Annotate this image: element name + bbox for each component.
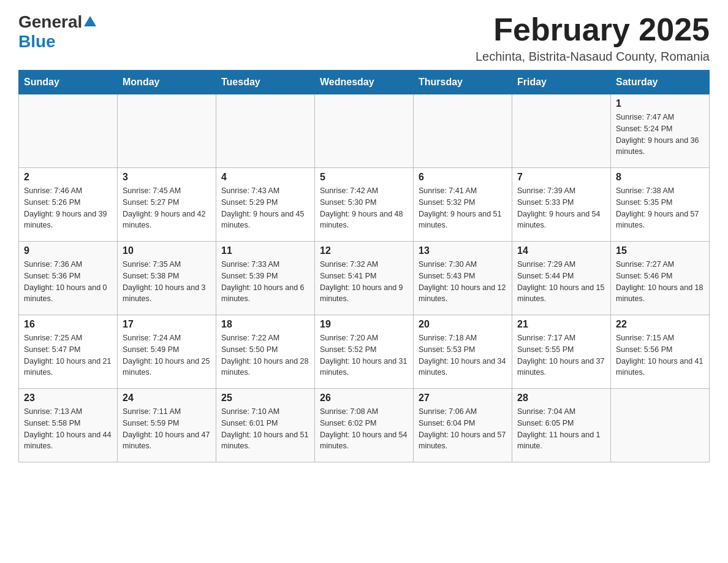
cell-day-number: 17 bbox=[123, 319, 211, 330]
cell-sun-info: Sunrise: 7:06 AMSunset: 6:04 PMDaylight:… bbox=[419, 406, 507, 452]
month-title: February 2025 bbox=[476, 12, 710, 47]
cell-day-number: 15 bbox=[616, 245, 704, 256]
calendar-cell: 19Sunrise: 7:20 AMSunset: 5:52 PMDayligh… bbox=[315, 315, 414, 389]
calendar-week-2: 2Sunrise: 7:46 AMSunset: 5:26 PMDaylight… bbox=[19, 168, 710, 242]
cell-sun-info: Sunrise: 7:13 AMSunset: 5:58 PMDaylight:… bbox=[24, 406, 112, 452]
calendar-cell: 15Sunrise: 7:27 AMSunset: 5:46 PMDayligh… bbox=[611, 242, 710, 315]
calendar-cell: 13Sunrise: 7:30 AMSunset: 5:43 PMDayligh… bbox=[414, 242, 512, 315]
location-subtitle: Lechinta, Bistrita-Nasaud County, Romani… bbox=[476, 50, 710, 64]
cell-sun-info: Sunrise: 7:46 AMSunset: 5:26 PMDaylight:… bbox=[24, 185, 112, 231]
cell-sun-info: Sunrise: 7:43 AMSunset: 5:29 PMDaylight:… bbox=[221, 185, 309, 231]
cell-sun-info: Sunrise: 7:10 AMSunset: 6:01 PMDaylight:… bbox=[221, 406, 309, 452]
svg-marker-0 bbox=[84, 16, 96, 26]
cell-sun-info: Sunrise: 7:24 AMSunset: 5:49 PMDaylight:… bbox=[123, 332, 211, 378]
days-of-week-row: SundayMondayTuesdayWednesdayThursdayFrid… bbox=[19, 71, 710, 94]
cell-day-number: 26 bbox=[320, 393, 408, 404]
day-of-week-wednesday: Wednesday bbox=[315, 71, 414, 94]
calendar-table: SundayMondayTuesdayWednesdayThursdayFrid… bbox=[18, 70, 710, 462]
cell-sun-info: Sunrise: 7:41 AMSunset: 5:32 PMDaylight:… bbox=[419, 185, 507, 231]
calendar-body: 1Sunrise: 7:47 AMSunset: 5:24 PMDaylight… bbox=[19, 94, 710, 462]
cell-sun-info: Sunrise: 7:08 AMSunset: 6:02 PMDaylight:… bbox=[320, 406, 408, 452]
calendar-cell: 27Sunrise: 7:06 AMSunset: 6:04 PMDayligh… bbox=[414, 389, 512, 462]
cell-sun-info: Sunrise: 7:36 AMSunset: 5:36 PMDaylight:… bbox=[24, 259, 112, 305]
day-of-week-friday: Friday bbox=[512, 71, 611, 94]
cell-day-number: 20 bbox=[419, 319, 507, 330]
cell-day-number: 16 bbox=[24, 319, 112, 330]
calendar-header: SundayMondayTuesdayWednesdayThursdayFrid… bbox=[19, 71, 710, 94]
cell-sun-info: Sunrise: 7:25 AMSunset: 5:47 PMDaylight:… bbox=[24, 332, 112, 378]
logo-general-text: General bbox=[18, 12, 82, 32]
cell-sun-info: Sunrise: 7:29 AMSunset: 5:44 PMDaylight:… bbox=[517, 259, 605, 305]
cell-sun-info: Sunrise: 7:42 AMSunset: 5:30 PMDaylight:… bbox=[320, 185, 408, 231]
cell-sun-info: Sunrise: 7:20 AMSunset: 5:52 PMDaylight:… bbox=[320, 332, 408, 378]
calendar-week-5: 23Sunrise: 7:13 AMSunset: 5:58 PMDayligh… bbox=[19, 389, 710, 462]
calendar-cell: 14Sunrise: 7:29 AMSunset: 5:44 PMDayligh… bbox=[512, 242, 611, 315]
calendar-cell: 24Sunrise: 7:11 AMSunset: 5:59 PMDayligh… bbox=[118, 389, 216, 462]
cell-sun-info: Sunrise: 7:38 AMSunset: 5:35 PMDaylight:… bbox=[616, 185, 704, 231]
calendar-cell: 9Sunrise: 7:36 AMSunset: 5:36 PMDaylight… bbox=[19, 242, 118, 315]
calendar-cell: 23Sunrise: 7:13 AMSunset: 5:58 PMDayligh… bbox=[19, 389, 118, 462]
cell-sun-info: Sunrise: 7:30 AMSunset: 5:43 PMDaylight:… bbox=[419, 259, 507, 305]
cell-sun-info: Sunrise: 7:17 AMSunset: 5:55 PMDaylight:… bbox=[517, 332, 605, 378]
cell-day-number: 6 bbox=[419, 172, 507, 183]
calendar-cell bbox=[216, 94, 315, 168]
calendar-cell: 4Sunrise: 7:43 AMSunset: 5:29 PMDaylight… bbox=[216, 168, 315, 242]
calendar-cell: 18Sunrise: 7:22 AMSunset: 5:50 PMDayligh… bbox=[216, 315, 315, 389]
cell-sun-info: Sunrise: 7:39 AMSunset: 5:33 PMDaylight:… bbox=[517, 185, 605, 231]
calendar-cell: 22Sunrise: 7:15 AMSunset: 5:56 PMDayligh… bbox=[611, 315, 710, 389]
cell-day-number: 3 bbox=[123, 172, 211, 183]
logo-blue-text: Blue bbox=[18, 32, 56, 52]
calendar-cell: 10Sunrise: 7:35 AMSunset: 5:38 PMDayligh… bbox=[118, 242, 216, 315]
logo: General Blue bbox=[18, 12, 97, 52]
logo-triangle-icon bbox=[83, 15, 97, 28]
calendar-cell: 16Sunrise: 7:25 AMSunset: 5:47 PMDayligh… bbox=[19, 315, 118, 389]
calendar-cell bbox=[512, 94, 611, 168]
calendar-cell bbox=[118, 94, 216, 168]
day-of-week-saturday: Saturday bbox=[611, 71, 710, 94]
calendar-cell: 2Sunrise: 7:46 AMSunset: 5:26 PMDaylight… bbox=[19, 168, 118, 242]
cell-day-number: 14 bbox=[517, 245, 605, 256]
cell-day-number: 5 bbox=[320, 172, 408, 183]
day-of-week-sunday: Sunday bbox=[19, 71, 118, 94]
calendar-cell bbox=[611, 389, 710, 462]
cell-day-number: 10 bbox=[123, 245, 211, 256]
calendar-cell: 7Sunrise: 7:39 AMSunset: 5:33 PMDaylight… bbox=[512, 168, 611, 242]
calendar-week-4: 16Sunrise: 7:25 AMSunset: 5:47 PMDayligh… bbox=[19, 315, 710, 389]
cell-day-number: 24 bbox=[123, 393, 211, 404]
cell-day-number: 28 bbox=[517, 393, 605, 404]
calendar-cell: 11Sunrise: 7:33 AMSunset: 5:39 PMDayligh… bbox=[216, 242, 315, 315]
calendar-cell: 5Sunrise: 7:42 AMSunset: 5:30 PMDaylight… bbox=[315, 168, 414, 242]
cell-sun-info: Sunrise: 7:45 AMSunset: 5:27 PMDaylight:… bbox=[123, 185, 211, 231]
day-of-week-thursday: Thursday bbox=[414, 71, 512, 94]
calendar-cell: 1Sunrise: 7:47 AMSunset: 5:24 PMDaylight… bbox=[611, 94, 710, 168]
cell-day-number: 21 bbox=[517, 319, 605, 330]
cell-sun-info: Sunrise: 7:11 AMSunset: 5:59 PMDaylight:… bbox=[123, 406, 211, 452]
cell-sun-info: Sunrise: 7:33 AMSunset: 5:39 PMDaylight:… bbox=[221, 259, 309, 305]
calendar-cell: 6Sunrise: 7:41 AMSunset: 5:32 PMDaylight… bbox=[414, 168, 512, 242]
cell-day-number: 19 bbox=[320, 319, 408, 330]
calendar-cell: 20Sunrise: 7:18 AMSunset: 5:53 PMDayligh… bbox=[414, 315, 512, 389]
cell-sun-info: Sunrise: 7:22 AMSunset: 5:50 PMDaylight:… bbox=[221, 332, 309, 378]
cell-sun-info: Sunrise: 7:18 AMSunset: 5:53 PMDaylight:… bbox=[419, 332, 507, 378]
cell-sun-info: Sunrise: 7:35 AMSunset: 5:38 PMDaylight:… bbox=[123, 259, 211, 305]
cell-day-number: 8 bbox=[616, 172, 704, 183]
cell-day-number: 1 bbox=[616, 98, 704, 109]
cell-day-number: 23 bbox=[24, 393, 112, 404]
cell-day-number: 4 bbox=[221, 172, 309, 183]
cell-day-number: 2 bbox=[24, 172, 112, 183]
cell-day-number: 12 bbox=[320, 245, 408, 256]
day-of-week-tuesday: Tuesday bbox=[216, 71, 315, 94]
calendar-cell: 12Sunrise: 7:32 AMSunset: 5:41 PMDayligh… bbox=[315, 242, 414, 315]
calendar-cell: 28Sunrise: 7:04 AMSunset: 6:05 PMDayligh… bbox=[512, 389, 611, 462]
calendar-cell bbox=[315, 94, 414, 168]
page-header: General Blue February 2025 Lechinta, Bis… bbox=[18, 12, 710, 64]
cell-day-number: 9 bbox=[24, 245, 112, 256]
cell-day-number: 25 bbox=[221, 393, 309, 404]
cell-sun-info: Sunrise: 7:04 AMSunset: 6:05 PMDaylight:… bbox=[517, 406, 605, 452]
calendar-week-1: 1Sunrise: 7:47 AMSunset: 5:24 PMDaylight… bbox=[19, 94, 710, 168]
calendar-cell: 26Sunrise: 7:08 AMSunset: 6:02 PMDayligh… bbox=[315, 389, 414, 462]
cell-day-number: 22 bbox=[616, 319, 704, 330]
title-block: February 2025 Lechinta, Bistrita-Nasaud … bbox=[476, 12, 710, 64]
day-of-week-monday: Monday bbox=[118, 71, 216, 94]
cell-day-number: 13 bbox=[419, 245, 507, 256]
